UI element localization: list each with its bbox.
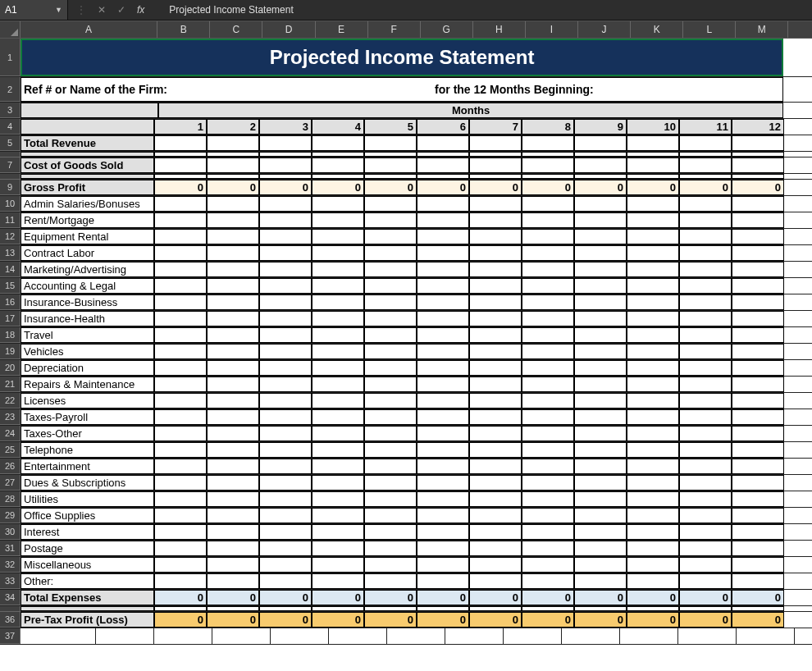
- cell[interactable]: [732, 475, 784, 491]
- cell[interactable]: [784, 174, 812, 179]
- row-header[interactable]: 16: [0, 294, 21, 310]
- cell[interactable]: [364, 508, 417, 523]
- cell[interactable]: [312, 311, 364, 326]
- cell[interactable]: 0: [522, 612, 574, 628]
- cell[interactable]: [364, 541, 417, 556]
- cell[interactable]: [732, 491, 784, 507]
- cell[interactable]: [504, 628, 562, 644]
- month-number[interactable]: 3: [259, 119, 312, 135]
- cell[interactable]: [574, 508, 627, 523]
- row-header[interactable]: 15: [0, 278, 21, 294]
- cell[interactable]: [732, 196, 784, 212]
- cell[interactable]: [784, 606, 812, 611]
- cell[interactable]: [574, 174, 627, 179]
- cell[interactable]: [469, 409, 522, 425]
- cell[interactable]: [364, 135, 417, 151]
- cell[interactable]: [154, 196, 207, 212]
- col-header[interactable]: B: [157, 21, 210, 38]
- cell[interactable]: [522, 459, 574, 474]
- cell[interactable]: [522, 557, 574, 573]
- cell[interactable]: [574, 344, 627, 359]
- cell[interactable]: [364, 377, 417, 392]
- fx-icon[interactable]: fx: [137, 4, 144, 16]
- cell[interactable]: [312, 475, 364, 491]
- cell[interactable]: [207, 311, 259, 326]
- cell[interactable]: [259, 157, 312, 173]
- cell[interactable]: [417, 157, 469, 173]
- cell[interactable]: [417, 294, 469, 310]
- cell[interactable]: [732, 573, 784, 589]
- cell[interactable]: [627, 278, 679, 294]
- cell[interactable]: [207, 442, 259, 458]
- cell[interactable]: [364, 606, 417, 611]
- cell[interactable]: 0: [732, 180, 784, 195]
- cell[interactable]: [574, 459, 627, 474]
- row-header[interactable]: 14: [0, 262, 21, 277]
- cell[interactable]: [679, 212, 732, 228]
- cell[interactable]: [784, 229, 812, 244]
- cell[interactable]: [312, 262, 364, 277]
- cell[interactable]: [469, 377, 522, 392]
- cell[interactable]: [154, 541, 207, 556]
- cell[interactable]: [154, 573, 207, 589]
- cell[interactable]: [620, 628, 678, 644]
- cell[interactable]: [627, 475, 679, 491]
- expense-label[interactable]: Insurance-Business: [21, 294, 154, 310]
- col-header[interactable]: J: [578, 21, 631, 38]
- expense-label[interactable]: Miscellaneous: [21, 557, 154, 573]
- expense-label[interactable]: Dues & Subscriptions: [21, 475, 154, 491]
- row-header[interactable]: 22: [0, 393, 21, 409]
- cell[interactable]: [259, 573, 312, 589]
- cell[interactable]: [154, 152, 207, 157]
- cell[interactable]: [207, 377, 259, 392]
- cell[interactable]: 0: [312, 180, 364, 195]
- expense-label[interactable]: Insurance-Health: [21, 311, 154, 326]
- cell[interactable]: [678, 628, 737, 644]
- row-header[interactable]: [0, 606, 21, 612]
- cell[interactable]: [207, 573, 259, 589]
- cell[interactable]: [784, 459, 812, 474]
- cell[interactable]: [312, 541, 364, 556]
- cell[interactable]: [732, 157, 784, 173]
- cell[interactable]: [522, 573, 574, 589]
- cell[interactable]: [627, 294, 679, 310]
- chevron-down-icon[interactable]: ▼: [55, 6, 62, 14]
- cell[interactable]: [627, 524, 679, 540]
- cell[interactable]: [732, 135, 784, 151]
- cell[interactable]: [364, 262, 417, 277]
- cell[interactable]: [574, 393, 627, 409]
- expense-label[interactable]: Other:: [21, 573, 154, 589]
- cell[interactable]: [574, 311, 627, 326]
- cell[interactable]: [312, 278, 364, 294]
- cell[interactable]: [522, 524, 574, 540]
- cell[interactable]: [627, 229, 679, 244]
- cell[interactable]: 0: [259, 590, 312, 605]
- cell[interactable]: [154, 524, 207, 540]
- row-header[interactable]: 34: [0, 590, 21, 605]
- cell[interactable]: [627, 262, 679, 277]
- cell[interactable]: [627, 409, 679, 425]
- cell[interactable]: [784, 152, 812, 157]
- cell[interactable]: [21, 119, 154, 135]
- row-header[interactable]: 4: [0, 119, 21, 135]
- cell[interactable]: [784, 475, 812, 491]
- cell[interactable]: [784, 135, 812, 151]
- cell[interactable]: [469, 442, 522, 458]
- month-number[interactable]: 10: [627, 119, 679, 135]
- cell[interactable]: [784, 311, 812, 326]
- cell[interactable]: [417, 152, 469, 157]
- cell[interactable]: [784, 262, 812, 277]
- cell[interactable]: [679, 245, 732, 261]
- cell[interactable]: [522, 262, 574, 277]
- cell[interactable]: [627, 459, 679, 474]
- cell[interactable]: [679, 442, 732, 458]
- cell[interactable]: [469, 344, 522, 359]
- cell[interactable]: [679, 393, 732, 409]
- cell[interactable]: [574, 262, 627, 277]
- cell[interactable]: [329, 628, 387, 644]
- total-revenue-label[interactable]: Total Revenue: [21, 135, 154, 151]
- cell[interactable]: [679, 508, 732, 523]
- cell[interactable]: [469, 524, 522, 540]
- expense-label[interactable]: Taxes-Other: [21, 426, 154, 441]
- row-header[interactable]: 37: [0, 628, 21, 644]
